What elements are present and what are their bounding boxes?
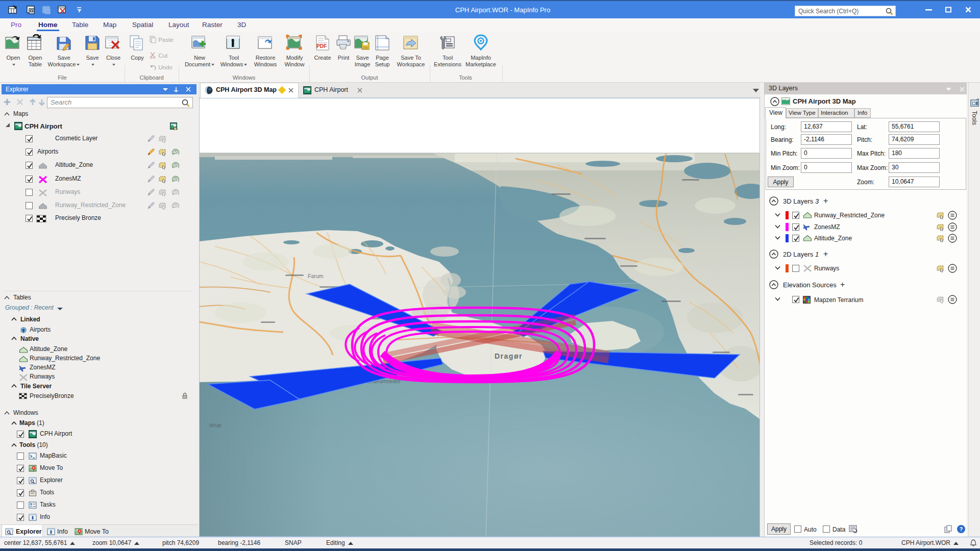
svg-text:?: ? <box>960 526 963 532</box>
svg-text:Farum: Farum <box>308 273 324 279</box>
svg-text:PDF: PDF <box>316 43 327 49</box>
svg-text:Dragør: Dragør <box>495 352 523 360</box>
svg-text:strup: strup <box>209 422 222 428</box>
